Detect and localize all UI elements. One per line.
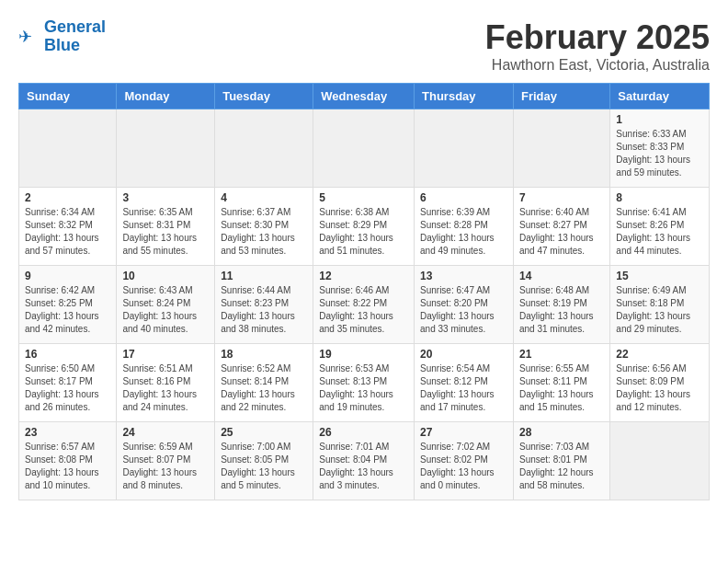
calendar-cell: 18Sunrise: 6:52 AM Sunset: 8:14 PM Dayli…: [215, 344, 313, 422]
day-number: 20: [420, 348, 507, 361]
calendar-cell: 1Sunrise: 6:33 AM Sunset: 8:33 PM Daylig…: [610, 109, 710, 188]
day-info: Sunrise: 6:54 AM Sunset: 8:12 PM Dayligh…: [420, 362, 507, 414]
calendar-cell: 19Sunrise: 6:53 AM Sunset: 8:13 PM Dayli…: [313, 344, 415, 422]
logo: ✈ General Blue: [18, 18, 106, 55]
day-info: Sunrise: 6:46 AM Sunset: 8:22 PM Dayligh…: [319, 284, 408, 336]
day-number: 6: [420, 191, 507, 204]
calendar-cell: 8Sunrise: 6:41 AM Sunset: 8:26 PM Daylig…: [610, 188, 710, 266]
day-info: Sunrise: 6:55 AM Sunset: 8:11 PM Dayligh…: [519, 362, 604, 414]
calendar-cell: [117, 109, 215, 188]
day-number: 27: [420, 426, 507, 439]
day-info: Sunrise: 6:41 AM Sunset: 8:26 PM Dayligh…: [616, 206, 703, 258]
calendar-cell: 9Sunrise: 6:42 AM Sunset: 8:25 PM Daylig…: [19, 266, 117, 344]
day-number: 18: [221, 348, 307, 361]
day-info: Sunrise: 6:35 AM Sunset: 8:31 PM Dayligh…: [122, 206, 209, 258]
day-number: 8: [616, 191, 703, 204]
calendar-cell: 12Sunrise: 6:46 AM Sunset: 8:22 PM Dayli…: [313, 266, 415, 344]
calendar-cell: 21Sunrise: 6:55 AM Sunset: 8:11 PM Dayli…: [513, 344, 609, 422]
calendar-cell: [415, 109, 514, 188]
day-info: Sunrise: 6:39 AM Sunset: 8:28 PM Dayligh…: [420, 206, 507, 258]
day-number: 9: [25, 270, 110, 282]
day-number: 2: [25, 191, 110, 204]
calendar-subtitle: Hawthorn East, Victoria, Australia: [485, 57, 710, 74]
day-info: Sunrise: 6:48 AM Sunset: 8:19 PM Dayligh…: [519, 284, 604, 336]
day-info: Sunrise: 6:59 AM Sunset: 8:07 PM Dayligh…: [122, 441, 209, 492]
day-number: 15: [616, 270, 703, 282]
calendar-cell: 2Sunrise: 6:34 AM Sunset: 8:32 PM Daylig…: [19, 188, 117, 266]
calendar-cell: [313, 109, 415, 188]
calendar-cell: 23Sunrise: 6:57 AM Sunset: 8:08 PM Dayli…: [19, 422, 117, 500]
day-info: Sunrise: 6:40 AM Sunset: 8:27 PM Dayligh…: [519, 206, 604, 258]
day-number: 24: [122, 426, 209, 439]
calendar-week-row: 16Sunrise: 6:50 AM Sunset: 8:17 PM Dayli…: [19, 344, 710, 422]
day-of-week-header: Thursday: [415, 84, 514, 109]
day-number: 5: [319, 191, 408, 204]
day-info: Sunrise: 7:00 AM Sunset: 8:05 PM Dayligh…: [221, 441, 307, 492]
day-info: Sunrise: 6:38 AM Sunset: 8:29 PM Dayligh…: [319, 206, 408, 258]
day-of-week-header: Tuesday: [215, 84, 313, 109]
day-number: 19: [319, 348, 408, 361]
day-info: Sunrise: 6:51 AM Sunset: 8:16 PM Dayligh…: [122, 362, 209, 414]
logo-text: General Blue: [44, 18, 106, 55]
day-number: 16: [25, 348, 110, 361]
day-of-week-header: Monday: [117, 84, 215, 109]
calendar-cell: 14Sunrise: 6:48 AM Sunset: 8:19 PM Dayli…: [513, 266, 609, 344]
calendar-cell: 24Sunrise: 6:59 AM Sunset: 8:07 PM Dayli…: [117, 422, 215, 500]
calendar-cell: 22Sunrise: 6:56 AM Sunset: 8:09 PM Dayli…: [610, 344, 710, 422]
day-number: 28: [519, 426, 604, 439]
calendar-cell: 16Sunrise: 6:50 AM Sunset: 8:17 PM Dayli…: [19, 344, 117, 422]
day-number: 26: [319, 426, 408, 439]
day-info: Sunrise: 7:01 AM Sunset: 8:04 PM Dayligh…: [319, 441, 408, 492]
day-number: 13: [420, 270, 507, 282]
day-info: Sunrise: 6:44 AM Sunset: 8:23 PM Dayligh…: [221, 284, 307, 336]
day-info: Sunrise: 6:37 AM Sunset: 8:30 PM Dayligh…: [221, 206, 307, 258]
day-of-week-header: Saturday: [610, 84, 710, 109]
calendar-cell: 11Sunrise: 6:44 AM Sunset: 8:23 PM Dayli…: [215, 266, 313, 344]
day-number: 14: [519, 270, 604, 282]
calendar-cell: 25Sunrise: 7:00 AM Sunset: 8:05 PM Dayli…: [215, 422, 313, 500]
day-info: Sunrise: 6:50 AM Sunset: 8:17 PM Dayligh…: [25, 362, 110, 414]
day-number: 3: [122, 191, 209, 204]
calendar-week-row: 23Sunrise: 6:57 AM Sunset: 8:08 PM Dayli…: [19, 422, 710, 500]
day-of-week-header: Sunday: [19, 84, 117, 109]
calendar-cell: 4Sunrise: 6:37 AM Sunset: 8:30 PM Daylig…: [215, 188, 313, 266]
day-number: 17: [122, 348, 209, 361]
day-number: 12: [319, 270, 408, 282]
calendar-header-row: SundayMondayTuesdayWednesdayThursdayFrid…: [19, 84, 710, 109]
day-info: Sunrise: 7:03 AM Sunset: 8:01 PM Dayligh…: [519, 441, 604, 492]
calendar-cell: 6Sunrise: 6:39 AM Sunset: 8:28 PM Daylig…: [415, 188, 514, 266]
day-info: Sunrise: 6:43 AM Sunset: 8:24 PM Dayligh…: [122, 284, 209, 336]
logo-icon: ✈: [18, 26, 40, 48]
logo-blue: Blue: [44, 36, 80, 54]
calendar-cell: 26Sunrise: 7:01 AM Sunset: 8:04 PM Dayli…: [313, 422, 415, 500]
calendar-table: SundayMondayTuesdayWednesdayThursdayFrid…: [18, 83, 710, 500]
day-info: Sunrise: 7:02 AM Sunset: 8:02 PM Dayligh…: [420, 441, 507, 492]
calendar-cell: 17Sunrise: 6:51 AM Sunset: 8:16 PM Dayli…: [117, 344, 215, 422]
calendar-cell: 20Sunrise: 6:54 AM Sunset: 8:12 PM Dayli…: [415, 344, 514, 422]
logo-general: General: [44, 17, 106, 36]
day-number: 11: [221, 270, 307, 282]
calendar-cell: 5Sunrise: 6:38 AM Sunset: 8:29 PM Daylig…: [313, 188, 415, 266]
calendar-cell: 10Sunrise: 6:43 AM Sunset: 8:24 PM Dayli…: [117, 266, 215, 344]
day-number: 21: [519, 348, 604, 361]
title-section: February 2025 Hawthorn East, Victoria, A…: [485, 18, 710, 74]
day-info: Sunrise: 6:52 AM Sunset: 8:14 PM Dayligh…: [221, 362, 307, 414]
day-info: Sunrise: 6:56 AM Sunset: 8:09 PM Dayligh…: [616, 362, 703, 414]
day-of-week-header: Friday: [513, 84, 609, 109]
day-number: 25: [221, 426, 307, 439]
day-info: Sunrise: 6:53 AM Sunset: 8:13 PM Dayligh…: [319, 362, 408, 414]
calendar-cell: 7Sunrise: 6:40 AM Sunset: 8:27 PM Daylig…: [513, 188, 609, 266]
calendar-title: February 2025: [485, 18, 710, 57]
day-number: 23: [25, 426, 110, 439]
calendar-cell: 28Sunrise: 7:03 AM Sunset: 8:01 PM Dayli…: [513, 422, 609, 500]
day-of-week-header: Wednesday: [313, 84, 415, 109]
calendar-cell: 3Sunrise: 6:35 AM Sunset: 8:31 PM Daylig…: [117, 188, 215, 266]
day-info: Sunrise: 6:33 AM Sunset: 8:33 PM Dayligh…: [616, 128, 703, 179]
day-number: 7: [519, 191, 604, 204]
day-info: Sunrise: 6:57 AM Sunset: 8:08 PM Dayligh…: [25, 441, 110, 492]
day-number: 10: [122, 270, 209, 282]
calendar-week-row: 9Sunrise: 6:42 AM Sunset: 8:25 PM Daylig…: [19, 266, 710, 344]
day-info: Sunrise: 6:42 AM Sunset: 8:25 PM Dayligh…: [25, 284, 110, 336]
day-number: 4: [221, 191, 307, 204]
calendar-cell: 13Sunrise: 6:47 AM Sunset: 8:20 PM Dayli…: [415, 266, 514, 344]
